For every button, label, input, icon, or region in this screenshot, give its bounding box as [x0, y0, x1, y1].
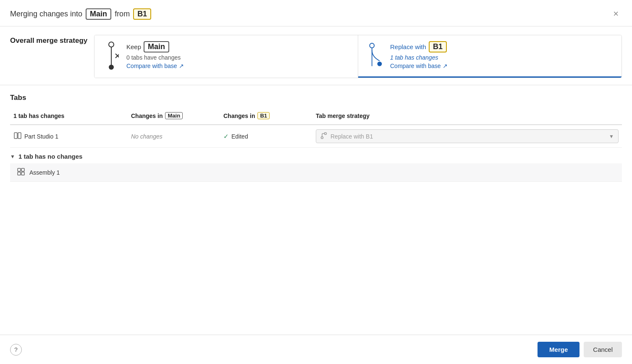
svg-point-10 [321, 137, 323, 139]
merge-button[interactable]: Merge [538, 342, 580, 357]
keep-branch-badge: Main [144, 41, 169, 52]
strategy-option-replace[interactable]: Replace with B1 1 tab has changes Compar… [358, 35, 622, 78]
replace-option-content: Replace with B1 1 tab has changes Compar… [390, 41, 448, 69]
keep-branch-icon [103, 41, 120, 71]
dialog-footer: ? Merge Cancel [0, 335, 632, 364]
list-item: Assembly 1 [10, 163, 622, 182]
strategy-option-keep[interactable]: Keep Main 0 tabs have changes Compare wi… [94, 35, 358, 78]
tab-name: Part Studio 1 [24, 133, 58, 140]
edited-label: Edited [231, 133, 248, 140]
target-branch-badge: Main [86, 8, 111, 20]
title-separator: from [115, 10, 130, 18]
collapse-arrow-icon: ▼ [10, 154, 15, 160]
svg-point-7 [377, 62, 382, 66]
check-icon: ✓ [223, 133, 229, 140]
changes-main-cell: No changes [128, 125, 220, 147]
partstudio-icon [13, 131, 22, 141]
no-changes-header[interactable]: ▼ 1 tab has no changes [10, 148, 622, 163]
svg-rect-15 [18, 172, 21, 175]
svg-point-6 [370, 43, 374, 48]
tabs-section: Tabs 1 tab has changes Changes in Main C… [0, 85, 632, 148]
changed-tabs-list: Part Studio 1 No changes ✓ Edited [10, 125, 622, 148]
dropdown-label: Replace with B1 [330, 133, 373, 140]
replace-label: Replace with B1 [390, 41, 448, 52]
source-branch-badge: B1 [133, 8, 151, 20]
col-tab-strategy: Tab merge strategy [312, 110, 622, 121]
tabs-table-header: 1 tab has changes Changes in Main Change… [10, 107, 622, 125]
help-button[interactable]: ? [10, 344, 22, 356]
merge-dialog: Merging changes into Main from B1 × Over… [0, 0, 632, 364]
dropdown-merge-icon [320, 132, 327, 140]
dialog-header: Merging changes into Main from B1 × [0, 0, 632, 26]
cancel-button[interactable]: Cancel [584, 342, 622, 357]
strategy-section: Overall merge strategy [0, 26, 632, 85]
no-changes-section: ▼ 1 tab has no changes Assembly 1 [0, 148, 632, 182]
assembly-icon [17, 168, 25, 177]
title-prefix: Merging changes into [10, 10, 82, 18]
col-changes-main: Changes in Main [128, 110, 220, 121]
changes-b1-cell: ✓ Edited [220, 125, 312, 147]
keep-changes-count: 0 tabs have changes [126, 54, 184, 61]
tab-strategy-cell[interactable]: Replace with B1 ▼ [312, 125, 622, 147]
dialog-title: Merging changes into Main from B1 [10, 8, 610, 20]
svg-rect-16 [21, 172, 24, 175]
keep-option-content: Keep Main 0 tabs have changes Compare wi… [126, 41, 184, 69]
close-button[interactable]: × [610, 7, 622, 21]
replace-changes-count: 1 tab has changes [390, 54, 448, 61]
replace-compare-link[interactable]: Compare with base ↗ [390, 63, 448, 69]
col-b1-badge: B1 [257, 112, 270, 119]
no-changes-label: No changes [131, 133, 163, 140]
assembly-tab-name: Assembly 1 [29, 169, 60, 176]
replace-branch-badge: B1 [429, 41, 447, 52]
replace-branch-icon [367, 41, 383, 71]
keep-compare-link[interactable]: Compare with base ↗ [126, 63, 184, 69]
svg-rect-13 [18, 168, 21, 171]
svg-point-11 [325, 133, 327, 135]
table-row: Part Studio 1 No changes ✓ Edited [10, 125, 622, 148]
dialog-body: Overall merge strategy [0, 26, 632, 335]
strategy-title: Overall merge strategy [10, 35, 94, 78]
footer-actions: Merge Cancel [538, 342, 622, 357]
svg-rect-14 [21, 168, 24, 171]
strategy-options: Keep Main 0 tabs have changes Compare wi… [94, 35, 622, 78]
col-main-badge: Main [165, 112, 183, 119]
tabs-section-title: Tabs [10, 94, 622, 102]
svg-point-1 [109, 42, 114, 47]
tab-strategy-dropdown[interactable]: Replace with B1 ▼ [316, 129, 619, 143]
svg-rect-8 [14, 133, 17, 139]
svg-rect-9 [18, 133, 21, 139]
chevron-down-icon: ▼ [609, 134, 614, 139]
col-changes-b1: Changes in B1 [220, 110, 312, 121]
col-tab-name: 1 tab has changes [10, 110, 128, 121]
no-changes-title: 1 tab has no changes [18, 153, 83, 160]
keep-label: Keep Main [126, 41, 184, 52]
tab-name-cell: Part Studio 1 [10, 125, 128, 147]
svg-point-2 [109, 65, 114, 70]
dropdown-left: Replace with B1 [320, 132, 373, 140]
